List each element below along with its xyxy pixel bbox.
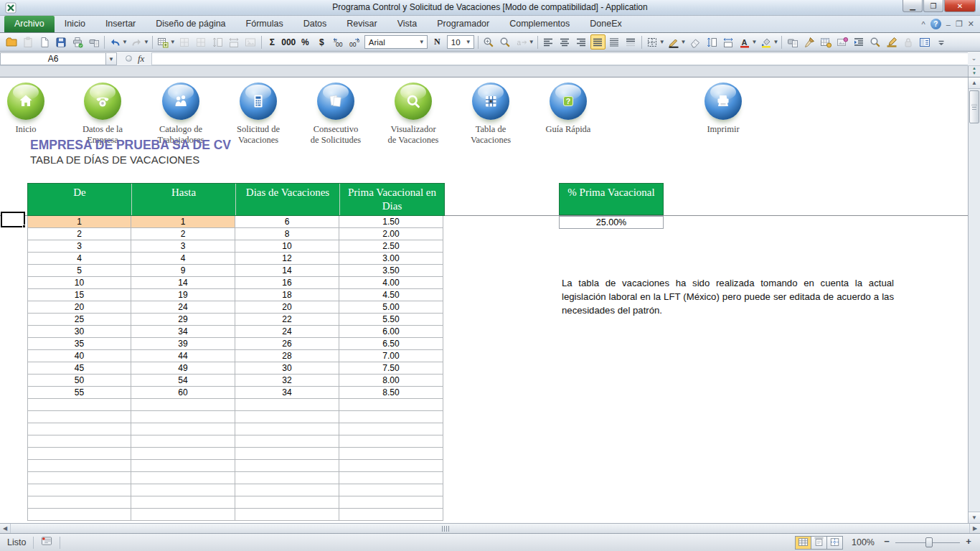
edit-table-icon[interactable] [818,34,833,50]
table-cell[interactable]: 5.50 [339,314,443,326]
bold-button[interactable]: N [430,34,445,50]
macro-record-icon[interactable] [41,536,52,549]
decrease-decimal-icon[interactable]: 00.0 [347,34,362,50]
horizontal-scrollbar[interactable]: ◀ ▶ [0,523,980,533]
table-cell[interactable] [27,484,131,496]
formula-bar-expand-icon[interactable]: ⌄ [968,52,980,65]
table-cell[interactable]: 25 [27,314,131,326]
table-cell[interactable]: 4 [27,253,131,265]
view-page-layout-button[interactable] [811,536,827,550]
table-cell[interactable] [339,448,443,460]
new-document-icon[interactable] [37,34,52,50]
print-settings-icon[interactable] [785,34,800,50]
table-cell[interactable]: 30 [235,362,339,375]
table-cell[interactable] [235,411,339,423]
autosum-icon[interactable]: Σ [265,34,280,50]
table-cell[interactable]: 2 [131,228,235,240]
table-cell[interactable]: 40 [27,350,131,362]
eraser-icon[interactable] [688,34,703,50]
table-cell[interactable]: 4.00 [339,277,443,289]
font-color-icon-dropdown[interactable]: ▼ [752,39,758,45]
ribbon-tab-f-rmulas[interactable]: Fórmulas [236,16,293,32]
line-color-icon-dropdown[interactable]: ▼ [681,39,687,45]
calculator-icon[interactable] [240,83,277,120]
row-height-icon[interactable] [705,34,720,50]
table-cell[interactable]: 7.50 [339,362,443,375]
shrink-fit-icon-dropdown[interactable]: ▼ [529,39,534,45]
view-normal-button[interactable] [795,536,811,550]
table-cell[interactable] [131,509,235,521]
window-restore-button[interactable]: ❐ [923,0,943,12]
table-cell[interactable] [131,472,235,484]
table-cell[interactable]: 39 [131,338,235,350]
table-cell[interactable]: 8 [235,228,339,240]
zoom-slider-handle[interactable] [925,537,933,547]
table-cell[interactable] [339,472,443,484]
workbook-minimize-icon[interactable]: – [946,20,951,29]
table-cell[interactable] [27,435,131,448]
table-cell[interactable] [235,448,339,460]
table-cell[interactable] [131,484,235,496]
table-cell[interactable] [235,509,339,521]
table-cell[interactable] [235,399,339,411]
format-painter-icon[interactable] [801,34,816,50]
ribbon-collapse-icon[interactable]: ^ [922,20,925,29]
ribbon-tab-vista[interactable]: Vista [387,16,428,32]
font-name-select[interactable]: Arial▼ [364,35,428,49]
table-cell[interactable]: 35 [27,338,131,350]
table-cell[interactable]: 3 [131,240,235,253]
table-cell[interactable]: 7.00 [339,350,443,362]
table-cell[interactable] [235,423,339,435]
table-header-cell[interactable]: Prima Vacacional en Dias [340,184,444,215]
table-cell[interactable] [235,435,339,448]
align-distributed-icon[interactable] [607,34,622,50]
align-top-icon[interactable] [623,34,639,50]
table-cell[interactable]: 4 [131,253,235,265]
line-color-icon[interactable] [666,34,682,50]
table-cell[interactable]: 5 [27,265,131,277]
table-cell[interactable]: 34 [131,326,235,338]
font-color-icon[interactable]: A [738,34,753,50]
table-cell[interactable] [131,460,235,472]
table-cell[interactable]: 18 [235,289,339,301]
table-cell[interactable]: 6 [235,216,339,228]
align-center-icon[interactable] [557,34,573,50]
table-cell[interactable]: 3.00 [339,253,443,265]
scroll-up-icon[interactable]: ▲ [969,77,980,89]
ribbon-tab-complementos[interactable]: Complementos [499,16,580,32]
house-icon[interactable] [7,83,44,120]
table-cell[interactable]: 22 [235,314,339,326]
table-cell[interactable]: 2.00 [339,228,443,240]
phone-icon[interactable] [84,83,121,120]
table-cell[interactable]: 2 [27,228,131,240]
redo-icon-dropdown[interactable]: ▼ [143,39,149,45]
borders-icon[interactable] [645,34,660,50]
table-cell[interactable] [339,484,443,496]
table-cell[interactable]: 28 [235,350,339,362]
currency-format-icon[interactable]: $ [314,34,329,50]
ribbon-tab-insertar[interactable]: Insertar [95,16,146,32]
table-cell[interactable]: 26 [235,338,339,350]
insert-function-icon[interactable]: fx [138,53,144,65]
people-icon[interactable] [162,83,199,120]
table-cell[interactable] [131,496,235,509]
column-width-icon[interactable] [721,34,736,50]
vertical-scroll-thumb[interactable] [969,90,979,123]
table-cell[interactable]: 5.00 [339,301,443,314]
zoom-out-button[interactable]: − [881,537,892,548]
window-close-button[interactable]: ✕ [944,0,976,12]
ribbon-tab-doneex[interactable]: DoneEx [580,16,631,32]
table-cell[interactable]: 29 [131,314,235,326]
table-cell[interactable]: 55 [27,387,131,399]
question-icon[interactable]: ? [550,83,587,120]
worksheet-area[interactable]: InicioDatos de la EmpresaCatalogo de Tra… [0,77,980,523]
zoom-slider[interactable] [895,537,960,548]
formula-input[interactable] [151,52,968,65]
print-preview-icon[interactable] [86,34,101,50]
vertical-scrollbar[interactable]: ▲ ▼ [968,77,980,523]
table-cell[interactable]: 3 [27,240,131,253]
align-right-icon[interactable] [574,34,589,50]
table-cell[interactable]: 1 [131,216,235,228]
fill-color-icon[interactable] [758,34,773,50]
table-cell[interactable]: 10 [27,277,131,289]
